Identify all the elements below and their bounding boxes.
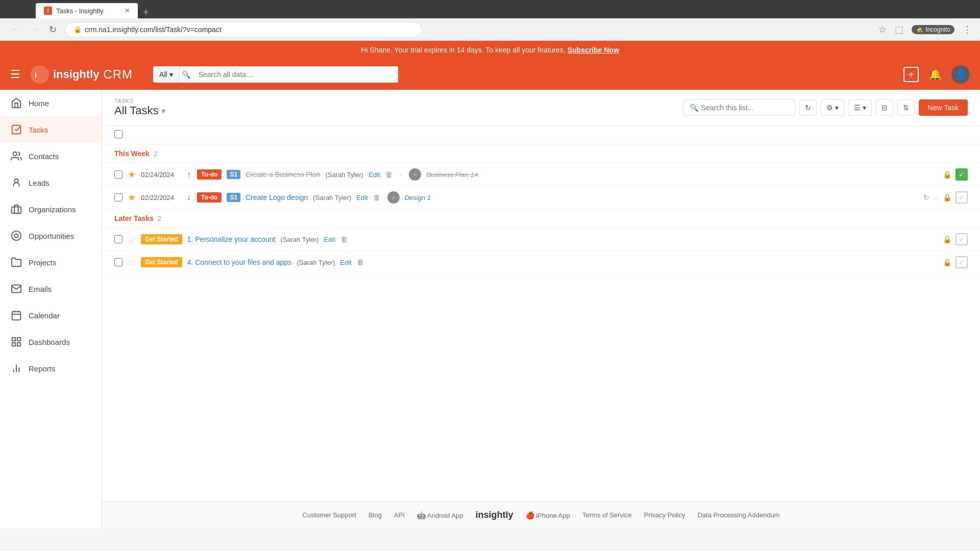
select-all-checkbox[interactable] [114, 130, 122, 138]
task-checkbox[interactable] [114, 170, 122, 179]
view-toggle-button[interactable]: ☰ ▾ [848, 99, 872, 116]
global-search-input[interactable] [192, 66, 398, 83]
sidebar-item-leads[interactable]: Leads [0, 169, 102, 196]
search-scope-button[interactable]: All ▾ [153, 66, 180, 83]
footer-customer-support-link[interactable]: Customer Support [302, 511, 356, 519]
tasks-toolbar: 🔍 ↻ ⚙ ▾ ☰ ▾ ⊟ ⇅ [683, 99, 968, 116]
task-complete-button[interactable]: ✓ [955, 191, 968, 204]
task-edit-link[interactable]: Edit [324, 236, 335, 243]
search-scope-label: All [159, 70, 167, 79]
footer-data-processing-link[interactable]: Data Processing Addendum [697, 511, 779, 519]
bookmark-icon[interactable]: ☆ [878, 24, 887, 35]
browser-actions: ☆ ⬚ 🕵 Incognito ⋮ [878, 24, 972, 35]
subscribe-now-link[interactable]: Subscribe Now [568, 46, 619, 54]
task-checkbox[interactable] [114, 258, 122, 266]
footer-blog-link[interactable]: Blog [369, 511, 382, 519]
task-lock-icon: 🔒 [943, 193, 951, 202]
refresh-button[interactable]: ↻ [47, 22, 59, 37]
task-delete-icon[interactable]: 🗑 [357, 258, 364, 266]
home-icon [10, 97, 22, 109]
browser-tab-bar: I Tasks - Insightly × + [0, 0, 980, 18]
this-week-section-header: This Week 2 [102, 144, 980, 163]
task-assignee: (Sarah Tyler) [297, 259, 335, 266]
task-spinner-icon: ↻ [923, 193, 929, 202]
sidebar-item-calendar[interactable]: Calendar [0, 302, 102, 329]
task-date: 02/22/2024 [141, 194, 182, 202]
task-checkbox[interactable] [114, 193, 122, 202]
trial-banner: Hi Shane. Your trial expires in 14 days.… [0, 41, 980, 59]
menu-dots-icon[interactable]: ⋮ [963, 24, 972, 35]
sidebar-item-contacts[interactable]: Contacts [0, 143, 102, 169]
tasks-title-dropdown[interactable]: All Tasks ▾ [114, 104, 165, 117]
app-header: ☰ i insightly CRM All ▾ 🔍 + 🔔 👤 [0, 59, 980, 90]
task-star-icon[interactable]: ★ [128, 169, 136, 180]
task-edit-link[interactable]: Edit [340, 259, 351, 266]
sidebar-item-reports[interactable]: Reports [0, 355, 102, 382]
hamburger-menu-icon[interactable]: ☰ [10, 68, 20, 81]
notifications-button[interactable]: 🔔 [927, 66, 943, 83]
search-scope-chevron: ▾ [169, 70, 173, 79]
task-edit-link[interactable]: Edit [369, 171, 380, 179]
task-complete-button[interactable]: ✓ [955, 168, 968, 181]
new-task-button[interactable]: New Task [919, 99, 968, 116]
search-list-input[interactable] [701, 104, 789, 112]
main-content: TASKS All Tasks ▾ 🔍 ↻ ⚙ ▾ [102, 90, 980, 529]
task-row-actions: 🔒 ✓ [943, 256, 968, 268]
task-star-icon[interactable]: ★ [128, 192, 136, 203]
footer-logo[interactable]: insightly [476, 510, 513, 520]
footer-iphone-app-link[interactable]: 🍎 iPhone App [526, 511, 570, 519]
task-star-icon[interactable]: ☆ [128, 234, 136, 245]
sort-button[interactable]: ⇅ [897, 99, 915, 116]
filter-button[interactable]: ⊟ [876, 99, 893, 116]
task-checkbox[interactable] [114, 235, 122, 243]
task-lock-icon: 🔒 [943, 235, 951, 243]
android-icon: 🤖 [417, 511, 426, 519]
tasks-title-chevron: ▾ [161, 106, 165, 116]
task-name[interactable]: Create a Business Plan [246, 170, 320, 179]
sidebar-item-dashboards[interactable]: Dashboards [0, 329, 102, 355]
footer-terms-link[interactable]: Terms of Service [582, 511, 632, 519]
search-list-icon: 🔍 [690, 104, 698, 112]
footer-privacy-link[interactable]: Privacy Policy [644, 511, 685, 519]
sidebar-item-emails[interactable]: Emails [0, 276, 102, 302]
refresh-button[interactable]: ↻ [799, 99, 817, 116]
task-complete-button[interactable]: ✓ [955, 233, 968, 245]
sidebar-item-tasks[interactable]: Tasks [0, 116, 102, 143]
calendar-icon [10, 309, 22, 321]
task-linked-record[interactable]: Business Plan 1A [426, 171, 478, 179]
forward-button[interactable]: → [28, 22, 41, 37]
sidebar-item-opportunities[interactable]: Opportunities [0, 222, 102, 249]
add-button[interactable]: + [903, 67, 919, 82]
task-edit-link[interactable]: Edit [356, 194, 368, 202]
task-star-icon[interactable]: ☆ [128, 257, 136, 268]
task-avatar: ○ [387, 191, 400, 204]
task-linked-record[interactable]: Design 1 [405, 194, 431, 202]
svg-rect-2 [12, 126, 21, 134]
task-name[interactable]: Create Logo design [246, 193, 308, 202]
task-delete-icon[interactable]: 🗑 [373, 193, 380, 202]
user-avatar[interactable]: 👤 [951, 65, 970, 84]
sidebar-item-projects[interactable]: Projects [0, 249, 102, 276]
task-name[interactable]: 4. Connect to your files and apps [187, 258, 292, 266]
footer-android-app-link[interactable]: 🤖 Android App [417, 511, 463, 519]
task-name[interactable]: 1. Personalize your account [187, 235, 276, 243]
incognito-icon: 🕵 [916, 26, 923, 33]
footer-api-link[interactable]: API [394, 511, 405, 519]
tab-favicon: I [44, 7, 52, 15]
tab-close-button[interactable]: × [125, 6, 130, 15]
sidebar-item-home[interactable]: Home [0, 90, 102, 116]
sidebar-label-emails: Emails [29, 285, 52, 293]
back-button[interactable]: ← [8, 22, 21, 37]
sidebar-item-organizations[interactable]: Organizations [0, 196, 102, 222]
profile-icon[interactable]: ⬚ [895, 24, 903, 35]
task-assignee: (Sarah Tyler) [280, 236, 318, 243]
select-all-row [102, 126, 980, 144]
task-row-actions: 🔒 ✓ [943, 233, 968, 245]
active-tab[interactable]: I Tasks - Insightly × [36, 3, 138, 18]
new-tab-button[interactable]: + [138, 7, 154, 18]
settings-button[interactable]: ⚙ ▾ [821, 99, 844, 116]
task-delete-icon[interactable]: 🗑 [340, 235, 348, 243]
task-delete-icon[interactable]: 🗑 [385, 170, 393, 179]
address-input[interactable]: 🔒 crm.na1.insightly.com/list/Task/?v=com… [65, 22, 422, 37]
task-complete-button[interactable]: ✓ [955, 256, 968, 268]
